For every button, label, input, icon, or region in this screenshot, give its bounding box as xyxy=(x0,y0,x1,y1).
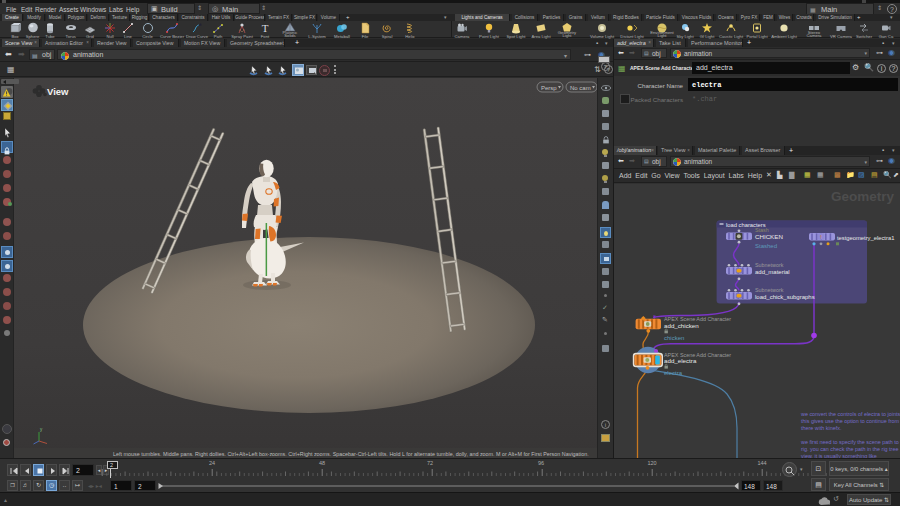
svg-text:CHICKEN: CHICKEN xyxy=(755,233,783,240)
svg-text:we convert the controls of ele: we convert the controls of electra to jo… xyxy=(800,411,900,417)
svg-text:we first need to specify the s: we first need to specify the scene path … xyxy=(800,439,900,445)
svg-text:No cam: No cam xyxy=(570,85,591,91)
svg-text:View: View xyxy=(47,86,69,97)
svg-text:add_chicken: add_chicken xyxy=(664,322,699,329)
svg-text:there with kinefx.: there with kinefx. xyxy=(801,425,841,431)
svg-text:electra: electra xyxy=(664,370,683,376)
svg-text:Subnetwork: Subnetwork xyxy=(755,262,784,268)
svg-text:↑: ↑ xyxy=(819,233,822,240)
svg-text:rig. you can check the path in: rig. you can check the path in the rig t… xyxy=(801,446,898,452)
svg-text:testgeometry_electra1: testgeometry_electra1 xyxy=(837,235,894,241)
svg-text:this gives use the option to c: this gives use the option to continue fr… xyxy=(801,418,899,424)
svg-text:T: T xyxy=(262,22,269,34)
svg-text:add_material: add_material xyxy=(755,269,790,275)
svg-text:load_chick_subgraphs: load_chick_subgraphs xyxy=(755,294,815,300)
svg-text:Stashed: Stashed xyxy=(755,243,777,249)
svg-text:add_electra: add_electra xyxy=(664,357,697,364)
svg-text:chicken: chicken xyxy=(664,335,684,341)
svg-text:Persp: Persp xyxy=(541,85,557,91)
svg-text:Subnetwork: Subnetwork xyxy=(755,287,784,293)
svg-text:Geometry: Geometry xyxy=(831,189,895,204)
